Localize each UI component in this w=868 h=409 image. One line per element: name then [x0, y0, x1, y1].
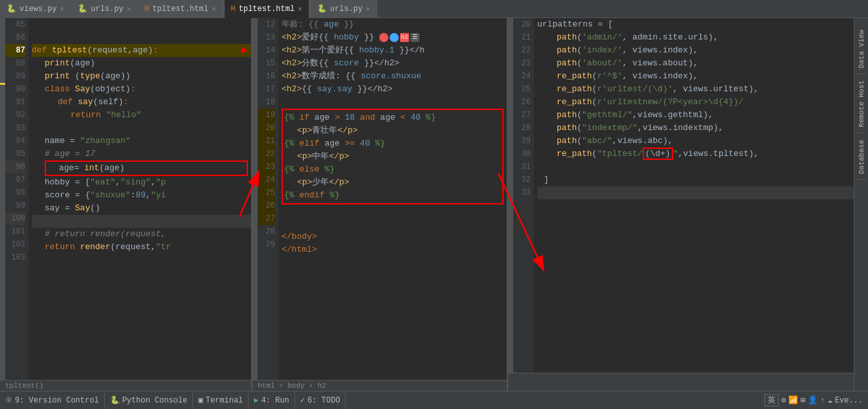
- tab-urls-py-left[interactable]: 🐍 urls.py ✕: [71, 0, 138, 18]
- tpl-line-25: {% endif %}: [284, 189, 501, 202]
- terminal-btn[interactable]: ▣ Terminal: [193, 392, 249, 410]
- tpl-line-19: {% if age > 18 and age < 40 %}: [284, 111, 501, 124]
- tpl-line-18: [282, 96, 507, 109]
- code-line-97: hobby = ["eat","sing","p: [32, 176, 251, 189]
- urls-line-30: re_path("tpltest/(\d+)",views.tpltest),: [537, 148, 854, 160]
- py-icon: 🐍: [6, 4, 16, 14]
- py-console-icon: 🐍: [110, 395, 120, 405]
- python-console-btn[interactable]: 🐍 Python Console: [105, 392, 194, 410]
- urls-line-26: re_path(r'urltestnew/(?P<year>\d{4})/: [537, 96, 854, 109]
- network-icon: 📶: [788, 395, 798, 405]
- html-icon2: H: [231, 5, 236, 14]
- code-line-102: return render(request,"tr: [32, 241, 251, 254]
- todo-icon: ✓: [300, 395, 305, 405]
- tpl-line-14: <h2>第一个爱好{{ hobby.1 }}</h: [282, 44, 507, 57]
- status-right: 英 ⚙ 📶 ⊞ 👤 ↑ ☁ Eve...: [759, 394, 868, 406]
- tpl-line-29: </html>: [282, 243, 507, 256]
- sidebar-data-view[interactable]: Data View: [856, 25, 867, 74]
- code-line-98: score = {"shuxue":89,"yi: [32, 189, 251, 202]
- arrow-icon: ↑: [820, 396, 825, 405]
- tab-tpltest-html-middle[interactable]: H tpltest.html ✕: [225, 0, 309, 18]
- urls-line-23: path('about/', views.about),: [537, 57, 854, 70]
- code-line-85: [32, 18, 251, 31]
- tpl-line-23: {% else %}: [284, 163, 501, 176]
- bottom-bar: ⑨ 9: Version Control 🐍 Python Console ▣ …: [0, 391, 868, 409]
- html-icon: H: [144, 5, 149, 14]
- tab-tpltest-html-left[interactable]: H tpltest.html ✕: [138, 0, 223, 18]
- code-line-100: [32, 215, 251, 228]
- panel-views-py: 85 86 87 88 89 90 91 92 93 94 95 96 97 9…: [0, 18, 252, 391]
- settings-icon[interactable]: ⚙: [781, 395, 786, 405]
- urls-line-32: ]: [537, 173, 854, 186]
- code-line-91: def say(self):: [32, 96, 251, 109]
- tab-views-py[interactable]: 🐍 views.py ✕: [0, 0, 71, 18]
- tpl-line-22: <p>中年</p>: [284, 150, 501, 163]
- code-line-92: return "hello": [32, 109, 251, 122]
- right-sidebar: Data View Remote Host Database: [854, 18, 868, 391]
- left-panel-status: tpltest(): [0, 380, 251, 391]
- code-line-95: # age = 17: [32, 148, 251, 160]
- urls-line-31: [537, 160, 854, 173]
- tpl-line-17: <h2>{{ say.say }}</h2>: [282, 83, 507, 96]
- code-line-90: class Say(object):: [32, 83, 251, 96]
- urls-line-20: urlpatterns = [: [537, 18, 854, 31]
- tpl-line-15: <h2>分数{{ score }}</h2>: [282, 57, 507, 70]
- close-urls-py-right[interactable]: ✕: [366, 5, 370, 13]
- urls-line-24: re_path(r'^$', views.index),: [537, 70, 854, 83]
- tpl-line-21: {% elif age >= 40 %}: [284, 137, 501, 150]
- urls-line-21: path('admin/', admin.site.urls),: [537, 31, 854, 44]
- run-icon: ▶: [254, 395, 258, 405]
- code-line-103: [32, 254, 251, 267]
- input-method[interactable]: 英: [764, 394, 779, 406]
- user-icon: 👤: [808, 395, 818, 405]
- urls-line-27: path("gethtml/",views.gethtml),: [537, 109, 854, 122]
- tpl-line-13: <h2>爱好{{ hobby }} h2 ☰: [282, 31, 507, 44]
- code-line-96: age= int(age): [45, 160, 248, 176]
- urls-line-33: [537, 186, 854, 199]
- py-icon3: 🐍: [317, 4, 327, 14]
- code-line-101: # return render(request,: [32, 228, 251, 241]
- terminal-icon: ▣: [198, 395, 203, 405]
- vc-icon: ⑨: [5, 395, 12, 405]
- urls-line-25: re_path(r'urltest/(\d)', views.urltest),: [537, 83, 854, 96]
- cloud-icon: ☁: [828, 395, 832, 405]
- tpl-line-12: 年龄: {{ age }}: [282, 18, 507, 31]
- tpl-line-20: <p>青壮年</p>: [284, 124, 501, 137]
- code-line-88: print(age): [32, 57, 251, 70]
- right-panel-status: [508, 373, 854, 391]
- tpl-line-16: <h2>数学成绩: {{ score.shuxue: [282, 70, 507, 83]
- code-line-94: name = "zhangsan": [32, 135, 251, 148]
- close-tpltest-left[interactable]: ✕: [212, 5, 216, 13]
- tab-bar: 🐍 views.py ✕ 🐍 urls.py ✕ H tpltest.html …: [0, 0, 868, 18]
- close-tpltest-middle[interactable]: ✕: [298, 5, 302, 13]
- run-btn[interactable]: ▶ 4: Run: [249, 392, 295, 410]
- panel-tpltest: 12 13 14 15 16 17 18 19 20 21 22 23 24 2…: [252, 18, 508, 391]
- panel-urls-py: 20 21 22 23 24 25 26 27 28 29 30 31 32 3…: [508, 18, 854, 391]
- code-line-89: print (type(age)): [32, 70, 251, 83]
- urls-line-28: path("indextmp/",views.indextmp),: [537, 122, 854, 135]
- tpl-line-26: [282, 204, 507, 217]
- code-line-86: [32, 31, 251, 44]
- grid-icon: ⊞: [801, 395, 805, 405]
- version-control-btn[interactable]: ⑨ 9: Version Control: [0, 392, 105, 410]
- urls-line-22: path('index/', views.index),: [537, 44, 854, 57]
- tpl-line-27: [282, 217, 507, 230]
- tpl-line-28: </body>: [282, 230, 507, 243]
- close-views-py[interactable]: ✕: [60, 5, 65, 13]
- tpl-line-24: <p>少年</p>: [284, 176, 501, 189]
- code-line-93: [32, 122, 251, 135]
- sidebar-remote-host[interactable]: Remote Host: [856, 75, 867, 133]
- tab-urls-py-right[interactable]: 🐍 urls.py ✕: [311, 0, 377, 18]
- code-line-87: def tpltest(request,age):▶: [32, 44, 251, 57]
- close-urls-py[interactable]: ✕: [127, 5, 131, 13]
- urls-line-29: path("abc/",views.abc),: [537, 135, 854, 148]
- middle-breadcrumb: html › body › h2: [252, 380, 507, 391]
- todo-btn[interactable]: ✓ 6: TODO: [295, 392, 346, 410]
- code-line-99: say = Say(): [32, 202, 251, 215]
- sidebar-database[interactable]: Database: [856, 135, 867, 180]
- template-if-block: {% if age > 18 and age < 40 %} <p>青壮年</p…: [282, 109, 504, 204]
- py-icon2: 🐍: [78, 4, 87, 14]
